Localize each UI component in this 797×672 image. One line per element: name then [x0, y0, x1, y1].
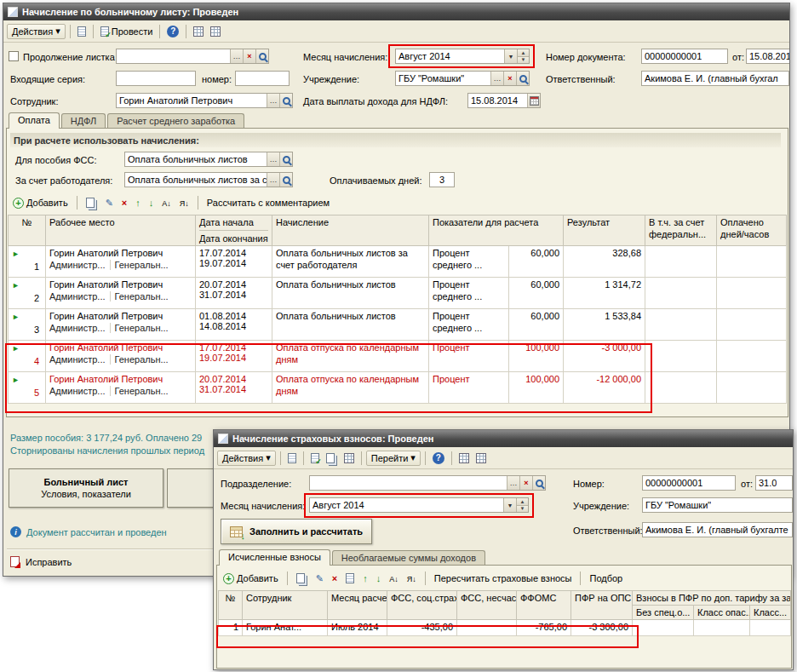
employee-cell[interactable]: Горин Анат...: [243, 620, 328, 636]
dropdown-button[interactable]: [504, 49, 517, 63]
responsible-input[interactable]: Акимова Е. И. (главный бухгалте: [642, 522, 793, 537]
workplace-cell[interactable]: Горин Анатолий ПетровичАдминистр...Генер…: [46, 309, 196, 341]
result-cell[interactable]: 328,68: [564, 246, 645, 278]
table-row[interactable]: 1 Горин Анат... Июль 2014 -435,00 -765,0…: [219, 620, 791, 636]
copy-row-button[interactable]: [83, 196, 100, 210]
goto-menu-button[interactable]: Перейти: [366, 451, 421, 466]
help-button[interactable]: [164, 24, 181, 39]
search-button[interactable]: [516, 72, 529, 85]
dates-cell[interactable]: 20.07.201431.07.2014: [196, 372, 272, 404]
fss-benefit-input[interactable]: Оплата больничных листов: [124, 152, 293, 167]
save-button[interactable]: [285, 451, 299, 465]
accrual-cell[interactable]: Оплата отпуска по календарным дням: [272, 341, 429, 372]
search-button[interactable]: [532, 476, 545, 490]
tab-ndfl[interactable]: НДФЛ: [61, 113, 106, 128]
clear-button[interactable]: [503, 72, 516, 85]
move-down-button[interactable]: [146, 197, 157, 210]
continuation-checkbox[interactable]: [9, 51, 19, 61]
accrual-cell[interactable]: Оплата отпуска по календарным дням: [272, 372, 429, 404]
indicator-value-cell[interactable]: 100,000: [509, 341, 564, 372]
row-marker-cell[interactable]: 2: [9, 278, 46, 309]
fss-accidents-cell[interactable]: [457, 620, 517, 636]
delete-row-button[interactable]: [330, 572, 340, 585]
copy-doc-button[interactable]: [324, 451, 340, 465]
edit-row-button[interactable]: [103, 197, 116, 210]
number-input[interactable]: 00000000001: [642, 475, 736, 491]
form-settings-button[interactable]: [473, 451, 489, 465]
no-special-cell[interactable]: [633, 620, 694, 636]
accrual-cell[interactable]: Оплата больничных листов за счет работод…: [272, 246, 429, 278]
sick-leave-titlebar[interactable]: Начисление по больничному листу: Проведе…: [3, 3, 789, 20]
result-cell[interactable]: 1 533,84: [564, 309, 645, 341]
insurance-titlebar[interactable]: Начисление страховых взносов: Проведен: [214, 430, 793, 447]
federal-cell[interactable]: [645, 278, 717, 309]
result-cell[interactable]: -12 000,00: [564, 372, 645, 404]
row-marker-cell[interactable]: 3: [9, 309, 46, 341]
sort-asc-button[interactable]: [159, 197, 174, 210]
institution-input[interactable]: ГБУ "Ромашки": [395, 71, 530, 86]
paid-days-cell[interactable]: [717, 278, 787, 309]
result-cell[interactable]: 1 314,72: [564, 278, 645, 309]
fss-social-cell[interactable]: -435,00: [387, 620, 457, 636]
indicator-cell[interactable]: Процент среднего ...: [429, 246, 509, 278]
choose-button[interactable]: [267, 94, 279, 107]
workplace-cell[interactable]: Горин Анатолий ПетровичАдминистр...Генер…: [46, 246, 196, 278]
dropdown-button[interactable]: [503, 498, 516, 512]
incoming-number-input[interactable]: [235, 71, 290, 86]
indicator-value-cell[interactable]: 60,000: [509, 278, 564, 309]
clear-button[interactable]: [243, 49, 255, 63]
paid-days-cell[interactable]: [717, 246, 787, 278]
indicator-cell[interactable]: Процент среднего ...: [429, 278, 509, 309]
continuation-input[interactable]: [116, 49, 269, 64]
month-spinner[interactable]: ▲▼: [516, 498, 528, 512]
table-row[interactable]: 1 Горин Анатолий ПетровичАдминистр...Ген…: [9, 246, 787, 278]
row-marker-cell[interactable]: 5: [9, 372, 46, 404]
actions-menu-button[interactable]: Действия: [217, 451, 276, 466]
form-settings-button[interactable]: [208, 25, 223, 38]
indicator-value-cell[interactable]: 60,000: [509, 246, 564, 278]
sort-desc-button[interactable]: [404, 572, 419, 585]
workplace-cell[interactable]: Горин Анатолий ПетровичАдминистр...Генер…: [46, 372, 196, 404]
list-view-button[interactable]: [191, 25, 206, 38]
fill-and-calculate-button[interactable]: Заполнить и рассчитать: [221, 519, 372, 544]
workplace-cell[interactable]: Горин Анатолий ПетровичАдминистр...Генер…: [46, 278, 196, 309]
federal-cell[interactable]: [645, 309, 717, 341]
month-spinner[interactable]: ▲▼: [517, 49, 529, 63]
indicator-value-cell[interactable]: 100,000: [509, 372, 564, 404]
save-grid-button[interactable]: [343, 571, 357, 585]
pfr-ops-cell[interactable]: -3 300,00: [571, 620, 633, 636]
row-number-cell[interactable]: 1: [219, 620, 243, 636]
choose-button[interactable]: [267, 152, 279, 166]
choose-button[interactable]: [490, 72, 503, 85]
class-cell[interactable]: [750, 620, 791, 636]
ffoms-cell[interactable]: -765,00: [517, 620, 571, 636]
edit-row-button[interactable]: [313, 572, 326, 585]
federal-cell[interactable]: [645, 246, 717, 278]
save-button[interactable]: [75, 25, 89, 38]
choose-button[interactable]: [230, 49, 243, 63]
tab-average-earnings[interactable]: Расчет среднего заработка: [107, 113, 244, 128]
indicator-value-cell[interactable]: 60,000: [509, 309, 564, 341]
employee-input[interactable]: Горин Анатолий Петрович: [116, 93, 293, 108]
sort-desc-button[interactable]: [177, 197, 192, 210]
indicator-cell[interactable]: Процент: [429, 341, 509, 372]
dates-cell[interactable]: 20.07.201431.07.2014: [196, 278, 272, 309]
result-cell[interactable]: -3 000,00: [564, 341, 645, 372]
doc-number-input[interactable]: 00000000001: [641, 49, 728, 64]
federal-cell[interactable]: [645, 341, 717, 372]
table-row[interactable]: 2 Горин Анатолий ПетровичАдминистр...Ген…: [9, 278, 787, 309]
choose-button[interactable]: [507, 476, 519, 490]
sort-asc-button[interactable]: [387, 572, 401, 585]
workplace-cell[interactable]: Горин Анатолий ПетровичАдминистр...Генер…: [46, 341, 196, 372]
post-button[interactable]: Провести: [98, 25, 156, 38]
row-marker-cell[interactable]: 1: [9, 246, 46, 278]
accrual-cell[interactable]: Оплата больничных листов: [272, 309, 429, 341]
tab-payment[interactable]: Оплата: [9, 112, 60, 129]
add-row-button[interactable]: + Добавить: [10, 196, 71, 210]
accrual-month-input[interactable]: Август 2014 ▲▼: [395, 49, 530, 64]
dates-cell[interactable]: 17.07.201419.07.2014: [196, 246, 272, 278]
search-button[interactable]: [279, 152, 292, 166]
calculate-with-comment-button[interactable]: Рассчитать с комментарием: [204, 196, 332, 210]
choose-button[interactable]: [267, 173, 279, 187]
institution-input[interactable]: ГБУ "Ромашки": [642, 497, 793, 513]
